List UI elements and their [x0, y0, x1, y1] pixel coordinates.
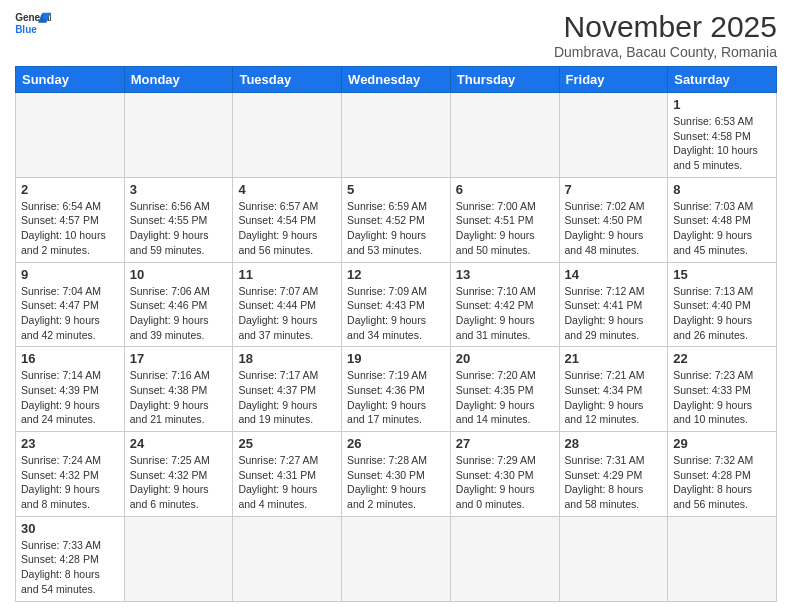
- day-number: 13: [456, 267, 554, 282]
- calendar-cell: 17Sunrise: 7:16 AMSunset: 4:38 PMDayligh…: [124, 347, 233, 432]
- calendar-cell: 28Sunrise: 7:31 AMSunset: 4:29 PMDayligh…: [559, 432, 668, 517]
- calendar-cell: 30Sunrise: 7:33 AMSunset: 4:28 PMDayligh…: [16, 516, 125, 601]
- day-info: Sunrise: 7:25 AMSunset: 4:32 PMDaylight:…: [130, 453, 228, 512]
- weekday-sunday: Sunday: [16, 67, 125, 93]
- calendar-cell: 29Sunrise: 7:32 AMSunset: 4:28 PMDayligh…: [668, 432, 777, 517]
- day-number: 2: [21, 182, 119, 197]
- calendar-cell: 26Sunrise: 7:28 AMSunset: 4:30 PMDayligh…: [342, 432, 451, 517]
- day-info: Sunrise: 7:19 AMSunset: 4:36 PMDaylight:…: [347, 368, 445, 427]
- calendar-cell: 23Sunrise: 7:24 AMSunset: 4:32 PMDayligh…: [16, 432, 125, 517]
- calendar-cell: 24Sunrise: 7:25 AMSunset: 4:32 PMDayligh…: [124, 432, 233, 517]
- day-number: 12: [347, 267, 445, 282]
- day-number: 26: [347, 436, 445, 451]
- calendar-cell: 8Sunrise: 7:03 AMSunset: 4:48 PMDaylight…: [668, 177, 777, 262]
- calendar-cell: [450, 516, 559, 601]
- weekday-friday: Friday: [559, 67, 668, 93]
- day-info: Sunrise: 6:59 AMSunset: 4:52 PMDaylight:…: [347, 199, 445, 258]
- calendar-cell: [124, 516, 233, 601]
- day-number: 23: [21, 436, 119, 451]
- day-info: Sunrise: 7:21 AMSunset: 4:34 PMDaylight:…: [565, 368, 663, 427]
- day-number: 1: [673, 97, 771, 112]
- day-info: Sunrise: 7:24 AMSunset: 4:32 PMDaylight:…: [21, 453, 119, 512]
- calendar-week-1: 1Sunrise: 6:53 AMSunset: 4:58 PMDaylight…: [16, 93, 777, 178]
- day-info: Sunrise: 7:07 AMSunset: 4:44 PMDaylight:…: [238, 284, 336, 343]
- weekday-thursday: Thursday: [450, 67, 559, 93]
- calendar-cell: 16Sunrise: 7:14 AMSunset: 4:39 PMDayligh…: [16, 347, 125, 432]
- page-header: General Blue November 2025 Dumbrava, Bac…: [15, 10, 777, 60]
- logo: General Blue: [15, 10, 51, 40]
- day-number: 29: [673, 436, 771, 451]
- day-number: 7: [565, 182, 663, 197]
- day-info: Sunrise: 7:00 AMSunset: 4:51 PMDaylight:…: [456, 199, 554, 258]
- day-info: Sunrise: 7:02 AMSunset: 4:50 PMDaylight:…: [565, 199, 663, 258]
- calendar-cell: 9Sunrise: 7:04 AMSunset: 4:47 PMDaylight…: [16, 262, 125, 347]
- calendar-cell: [233, 93, 342, 178]
- day-info: Sunrise: 7:14 AMSunset: 4:39 PMDaylight:…: [21, 368, 119, 427]
- calendar-cell: 19Sunrise: 7:19 AMSunset: 4:36 PMDayligh…: [342, 347, 451, 432]
- day-info: Sunrise: 7:33 AMSunset: 4:28 PMDaylight:…: [21, 538, 119, 597]
- day-number: 4: [238, 182, 336, 197]
- day-info: Sunrise: 7:20 AMSunset: 4:35 PMDaylight:…: [456, 368, 554, 427]
- day-number: 15: [673, 267, 771, 282]
- calendar-cell: 11Sunrise: 7:07 AMSunset: 4:44 PMDayligh…: [233, 262, 342, 347]
- calendar-cell: 27Sunrise: 7:29 AMSunset: 4:30 PMDayligh…: [450, 432, 559, 517]
- day-info: Sunrise: 7:06 AMSunset: 4:46 PMDaylight:…: [130, 284, 228, 343]
- day-number: 8: [673, 182, 771, 197]
- day-info: Sunrise: 7:29 AMSunset: 4:30 PMDaylight:…: [456, 453, 554, 512]
- day-number: 6: [456, 182, 554, 197]
- day-number: 30: [21, 521, 119, 536]
- svg-text:Blue: Blue: [15, 24, 37, 35]
- calendar-cell: 18Sunrise: 7:17 AMSunset: 4:37 PMDayligh…: [233, 347, 342, 432]
- logo-icon: General Blue: [15, 10, 51, 40]
- day-info: Sunrise: 7:23 AMSunset: 4:33 PMDaylight:…: [673, 368, 771, 427]
- day-info: Sunrise: 7:13 AMSunset: 4:40 PMDaylight:…: [673, 284, 771, 343]
- calendar-week-4: 16Sunrise: 7:14 AMSunset: 4:39 PMDayligh…: [16, 347, 777, 432]
- calendar-cell: 3Sunrise: 6:56 AMSunset: 4:55 PMDaylight…: [124, 177, 233, 262]
- day-info: Sunrise: 7:12 AMSunset: 4:41 PMDaylight:…: [565, 284, 663, 343]
- day-number: 5: [347, 182, 445, 197]
- calendar-cell: 12Sunrise: 7:09 AMSunset: 4:43 PMDayligh…: [342, 262, 451, 347]
- calendar-week-6: 30Sunrise: 7:33 AMSunset: 4:28 PMDayligh…: [16, 516, 777, 601]
- day-info: Sunrise: 6:53 AMSunset: 4:58 PMDaylight:…: [673, 114, 771, 173]
- weekday-tuesday: Tuesday: [233, 67, 342, 93]
- calendar-cell: [450, 93, 559, 178]
- subtitle: Dumbrava, Bacau County, Romania: [554, 44, 777, 60]
- calendar-cell: [559, 516, 668, 601]
- day-info: Sunrise: 7:16 AMSunset: 4:38 PMDaylight:…: [130, 368, 228, 427]
- calendar-cell: 10Sunrise: 7:06 AMSunset: 4:46 PMDayligh…: [124, 262, 233, 347]
- calendar-cell: 14Sunrise: 7:12 AMSunset: 4:41 PMDayligh…: [559, 262, 668, 347]
- calendar-week-2: 2Sunrise: 6:54 AMSunset: 4:57 PMDaylight…: [16, 177, 777, 262]
- day-number: 9: [21, 267, 119, 282]
- calendar-cell: [559, 93, 668, 178]
- day-info: Sunrise: 6:57 AMSunset: 4:54 PMDaylight:…: [238, 199, 336, 258]
- day-info: Sunrise: 7:31 AMSunset: 4:29 PMDaylight:…: [565, 453, 663, 512]
- day-number: 3: [130, 182, 228, 197]
- day-number: 24: [130, 436, 228, 451]
- day-info: Sunrise: 6:54 AMSunset: 4:57 PMDaylight:…: [21, 199, 119, 258]
- day-number: 28: [565, 436, 663, 451]
- day-number: 10: [130, 267, 228, 282]
- calendar-cell: 6Sunrise: 7:00 AMSunset: 4:51 PMDaylight…: [450, 177, 559, 262]
- day-number: 14: [565, 267, 663, 282]
- day-number: 20: [456, 351, 554, 366]
- day-info: Sunrise: 7:28 AMSunset: 4:30 PMDaylight:…: [347, 453, 445, 512]
- calendar-cell: 15Sunrise: 7:13 AMSunset: 4:40 PMDayligh…: [668, 262, 777, 347]
- calendar-cell: [668, 516, 777, 601]
- day-number: 22: [673, 351, 771, 366]
- calendar-cell: 1Sunrise: 6:53 AMSunset: 4:58 PMDaylight…: [668, 93, 777, 178]
- day-info: Sunrise: 7:27 AMSunset: 4:31 PMDaylight:…: [238, 453, 336, 512]
- calendar-cell: [342, 516, 451, 601]
- day-info: Sunrise: 7:17 AMSunset: 4:37 PMDaylight:…: [238, 368, 336, 427]
- day-info: Sunrise: 7:32 AMSunset: 4:28 PMDaylight:…: [673, 453, 771, 512]
- calendar-cell: 13Sunrise: 7:10 AMSunset: 4:42 PMDayligh…: [450, 262, 559, 347]
- day-number: 18: [238, 351, 336, 366]
- day-info: Sunrise: 7:04 AMSunset: 4:47 PMDaylight:…: [21, 284, 119, 343]
- calendar-cell: 25Sunrise: 7:27 AMSunset: 4:31 PMDayligh…: [233, 432, 342, 517]
- calendar-cell: [233, 516, 342, 601]
- calendar-cell: 4Sunrise: 6:57 AMSunset: 4:54 PMDaylight…: [233, 177, 342, 262]
- weekday-wednesday: Wednesday: [342, 67, 451, 93]
- weekday-saturday: Saturday: [668, 67, 777, 93]
- day-number: 25: [238, 436, 336, 451]
- day-number: 27: [456, 436, 554, 451]
- day-number: 19: [347, 351, 445, 366]
